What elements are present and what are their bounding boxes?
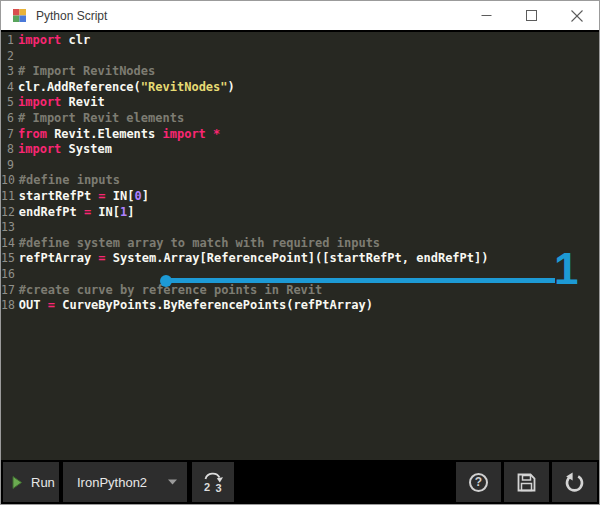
python-script-icon xyxy=(12,8,27,23)
code-text: clr.AddReference("RevitNodes") xyxy=(14,80,235,96)
code-line: 7from Revit.Elements import * xyxy=(1,127,599,143)
code-text: import clr xyxy=(14,33,90,49)
line-number: 4 xyxy=(1,80,14,96)
code-lines: 1import clr23# Import RevitNodes4clr.Add… xyxy=(1,33,599,314)
close-icon xyxy=(571,10,583,22)
run-label: Run xyxy=(31,475,55,490)
line-number: 9 xyxy=(1,158,14,174)
code-line: 4clr.AddReference("RevitNodes") xyxy=(1,80,599,96)
minimize-icon xyxy=(481,10,492,21)
maximize-icon xyxy=(526,10,537,21)
line-number: 8 xyxy=(1,142,14,158)
code-line: 5import Revit xyxy=(1,95,599,111)
callout-label: 1 xyxy=(554,247,578,291)
callout-line xyxy=(166,278,555,283)
code-text: #define inputs xyxy=(15,173,120,189)
line-number: 1 xyxy=(1,33,14,49)
code-line: 8import System xyxy=(1,142,599,158)
line-number: 12 xyxy=(1,205,15,221)
revert-icon xyxy=(563,471,586,494)
svg-text:2: 2 xyxy=(204,481,210,493)
line-number: 7 xyxy=(1,127,14,143)
code-line: 1import clr xyxy=(1,33,599,49)
code-text: #define system array to match with requi… xyxy=(15,236,380,252)
code-line: 2 xyxy=(1,49,599,65)
content-area: 1import clr23# Import RevitNodes4clr.Add… xyxy=(1,30,599,504)
line-number: 3 xyxy=(1,64,14,80)
code-line: 17#create curve by reference points in R… xyxy=(1,283,599,299)
svg-text:3: 3 xyxy=(216,482,222,494)
line-number: 18 xyxy=(1,298,15,314)
chevron-down-icon xyxy=(168,479,177,485)
code-line: 9 xyxy=(1,158,599,174)
line-number: 15 xyxy=(1,251,15,267)
play-icon xyxy=(12,476,22,489)
migrate-button[interactable]: 2 3 xyxy=(192,462,234,502)
code-text: import System xyxy=(14,142,112,158)
window-title: Python Script xyxy=(36,9,107,23)
code-text: refPtArray = System.Array[ReferencePoint… xyxy=(15,251,489,267)
python-script-window: Python Script 1import clr23# xyxy=(0,0,600,505)
code-editor[interactable]: 1import clr23# Import RevitNodes4clr.Add… xyxy=(1,32,599,460)
code-text: endRefPt = IN[1] xyxy=(15,205,135,221)
maximize-button[interactable] xyxy=(509,1,554,30)
code-text: from Revit.Elements import * xyxy=(14,127,220,143)
code-text: # Import Revit elements xyxy=(14,111,184,127)
line-number: 10 xyxy=(1,173,15,189)
code-text: # Import RevitNodes xyxy=(14,64,155,80)
code-text xyxy=(15,267,19,283)
titlebar: Python Script xyxy=(1,1,599,30)
code-text xyxy=(15,220,19,236)
code-line: 13 xyxy=(1,220,599,236)
code-line: 14#define system array to match with req… xyxy=(1,236,599,252)
close-button[interactable] xyxy=(554,1,599,30)
code-line: 12endRefPt = IN[1] xyxy=(1,205,599,221)
code-text xyxy=(14,158,18,174)
bottom-toolbar: Run IronPython2 2 3 ? xyxy=(1,460,599,504)
help-button[interactable]: ? xyxy=(456,462,501,502)
line-number: 6 xyxy=(1,111,14,127)
window-controls xyxy=(464,1,599,30)
line-number: 17 xyxy=(1,283,15,299)
code-text xyxy=(14,49,18,65)
engine-dropdown[interactable]: IronPython2 xyxy=(63,462,187,502)
save-button[interactable] xyxy=(504,462,549,502)
code-line: 18OUT = CurveByPoints.ByReferencePoints(… xyxy=(1,298,599,314)
run-button[interactable]: Run xyxy=(3,462,59,502)
code-line: 10#define inputs xyxy=(1,173,599,189)
revert-button[interactable] xyxy=(552,462,597,502)
save-icon xyxy=(516,472,537,493)
code-line: 3# Import RevitNodes xyxy=(1,64,599,80)
minimize-button[interactable] xyxy=(464,1,509,30)
line-number: 16 xyxy=(1,267,15,283)
code-line: 6# Import Revit elements xyxy=(1,111,599,127)
line-number: 2 xyxy=(1,49,14,65)
line-number: 11 xyxy=(1,189,15,205)
help-glyph: ? xyxy=(475,475,482,489)
code-line: 15refPtArray = System.Array[ReferencePoi… xyxy=(1,251,599,267)
line-number: 14 xyxy=(1,236,15,252)
code-text: OUT = CurveByPoints.ByReferencePoints(re… xyxy=(15,298,373,314)
engine-label: IronPython2 xyxy=(77,475,147,490)
line-number: 5 xyxy=(1,95,14,111)
code-line: 11startRefPt = IN[0] xyxy=(1,189,599,205)
code-text: startRefPt = IN[0] xyxy=(15,189,149,205)
code-text: import Revit xyxy=(14,95,105,111)
help-icon: ? xyxy=(469,473,488,492)
python-migrate-icon: 2 3 xyxy=(200,469,226,495)
line-number: 13 xyxy=(1,220,15,236)
